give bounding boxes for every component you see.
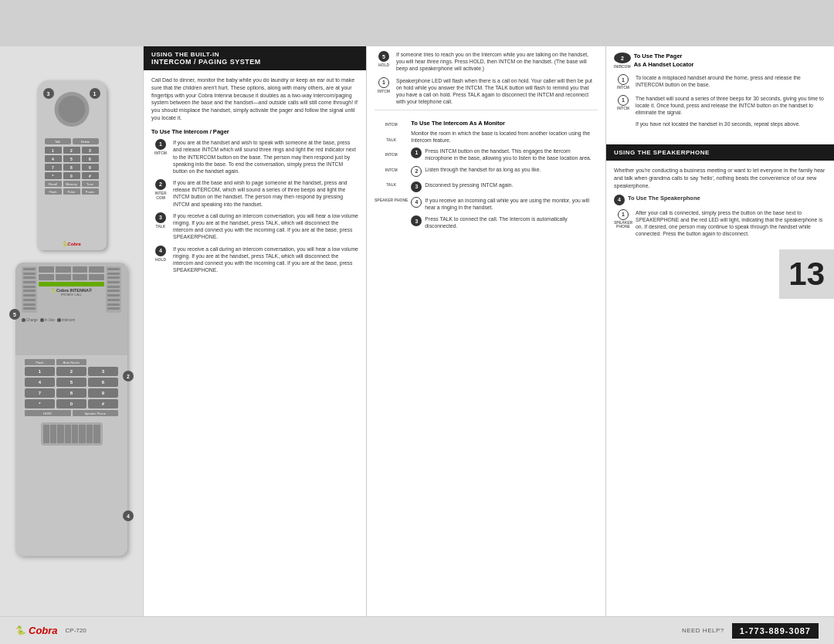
badge-4: 4 xyxy=(123,510,134,521)
pager-title-block: To Use The Pager As A Handset Locator xyxy=(634,53,694,69)
speaker-phone-label: SPEAKER PHONE xyxy=(375,198,408,203)
monitor-step-3: 3 xyxy=(411,181,422,192)
badge-3: 3 xyxy=(43,88,54,99)
step-item: 1 INTCM The handset will sound a series … xyxy=(614,95,826,117)
pager-header: 2 IN/BCOM To Use The Pager As A Handset … xyxy=(614,53,826,69)
far-right-section: 2 IN/BCOM To Use The Pager As A Handset … xyxy=(606,46,834,616)
left-phone-section: Talk Delete 1 2 3 4 5 6 7 xyxy=(0,46,143,616)
cobra-brand: Cobra xyxy=(29,625,58,636)
intcm-pager-step-label: INTCM xyxy=(617,86,629,90)
step-item: 5 HOLD If someone tries to reach you on … xyxy=(375,51,598,73)
talk-label-3: TALK xyxy=(156,225,166,229)
hold-label: HOLD xyxy=(155,258,166,263)
monitor-step-4-text: If you receive an incoming call while yo… xyxy=(425,197,598,211)
step-item: 4 HOLD If you receive a call during an i… xyxy=(151,246,358,274)
monitor-step-1: 1 xyxy=(411,147,422,158)
monitor-step-5-text: Press TALK to connect the call. The Inte… xyxy=(425,215,598,229)
step-item: 2 Listen through the handset for as long… xyxy=(411,166,598,177)
badge-5: 5 xyxy=(9,309,20,320)
monitor-step-1-text: Press INTCM button on the handset. This … xyxy=(425,147,598,161)
speakerphone-step-1-text: After your call is connected, simply pre… xyxy=(636,209,826,238)
cobra-snake-icon: 🐍 xyxy=(15,625,26,636)
right-middle-body: 5 HOLD If someone tries to reach you on … xyxy=(367,46,605,238)
step-2-text: If you are at the base and wish to page … xyxy=(173,179,358,208)
step-circle-1: 1 xyxy=(155,139,166,150)
monitor-step-2: 2 xyxy=(411,166,422,177)
top-band xyxy=(0,0,834,46)
footer-left: 🐍 Cobra CP-720 xyxy=(15,625,86,636)
step-circle-5: 5 xyxy=(378,51,389,62)
far-right-body: 2 IN/BCOM To Use The Pager As A Handset … xyxy=(606,46,834,138)
step-circle-3: 3 xyxy=(155,212,166,223)
intcm-monitor-label: INTCM xyxy=(375,123,408,127)
speakerphone-title-row: 4 To Use The Speakerphone xyxy=(614,195,826,205)
monitor-step-2-text: Listen through the handset for as long a… xyxy=(425,166,541,173)
need-help-text: NEED HELP? xyxy=(682,627,724,634)
intercom-intro: Call Dad to dinner, monitor the baby whi… xyxy=(151,76,358,122)
talk-monitor-label2: TALK xyxy=(375,183,408,188)
step-4-text: If you receive a call during an intercom… xyxy=(173,246,358,274)
monitor-title: To Use The Intercom As A Monitor xyxy=(411,120,598,127)
step-3-text: If you receive a call during an intercom… xyxy=(173,212,358,241)
talk-monitor-label: TALK xyxy=(375,138,408,143)
speakerphone-header: USING THE SPEAKERPHONE xyxy=(606,144,834,161)
step-item: 2 INTERCOM If you are at the base and wi… xyxy=(151,179,358,208)
phone-image: Talk Delete 1 2 3 4 5 6 7 xyxy=(10,80,134,582)
monitor-content: To Use The Intercom As A Monitor Monitor… xyxy=(411,114,598,234)
model-number: CP-720 xyxy=(66,627,86,634)
speakerphone-badge-4: 4 xyxy=(614,195,625,205)
intercom-header-line1: USING THE BUILT-IN xyxy=(151,51,219,58)
step-item: If you have not located the handset in 3… xyxy=(614,120,826,127)
monitor-side-labels: INTCM TALK INTCM INTCM TALK SPEAKER PHON… xyxy=(375,123,408,202)
page-container: Talk Delete 1 2 3 4 5 6 7 xyxy=(0,0,834,644)
step-circle-4: 4 xyxy=(155,246,166,256)
footer-right: NEED HELP? 1-773-889-3087 xyxy=(682,623,819,639)
monitor-title-text: To Use The Intercom As A Monitor xyxy=(411,120,505,127)
intercom-header: USING THE BUILT-IN INTERCOM / PAGING SYS… xyxy=(144,46,366,70)
intercom-paging-section: USING THE BUILT-IN INTERCOM / PAGING SYS… xyxy=(143,46,367,616)
step-item: 3 Press TALK to connect the call. The In… xyxy=(411,215,598,229)
monitor-step-3-text: Disconnect by pressing INTCM again. xyxy=(425,181,513,188)
monitor-section: INTCM TALK INTCM INTCM TALK SPEAKER PHON… xyxy=(375,114,598,234)
speaker-phone-step-label: SPEAKERPHONE xyxy=(614,221,632,229)
step-item: 3 TALK If you receive a call during an i… xyxy=(151,212,358,241)
step-item: 1 Press INTCM button on the handset. Thi… xyxy=(411,147,598,161)
step-item: 1 INTCM To locate a misplaced handset ar… xyxy=(614,74,826,90)
pager-badge-2: 2 xyxy=(614,53,631,63)
intcm-label-1: INTCM xyxy=(154,151,167,156)
step-circle-led-1: 1 xyxy=(378,77,389,88)
pager-title-line2: As A Handset Locator xyxy=(634,61,694,68)
phone-handset-top: Talk Delete 1 2 3 4 5 6 7 xyxy=(37,80,107,250)
badge-2: 2 xyxy=(123,371,134,381)
right-middle-section: 5 HOLD If someone tries to reach you on … xyxy=(367,46,606,616)
page-number: 13 xyxy=(779,249,834,299)
intcm-monitor-label2: INTCM xyxy=(375,153,408,158)
speakerphone-subtitle: To Use The Speakerphone xyxy=(628,195,700,203)
hold-label-2: HOLD xyxy=(378,63,389,68)
intercom-pager-title: To Use The Intercom / Pager xyxy=(151,128,358,137)
pager-badge-container: 2 IN/BCOM xyxy=(614,53,631,69)
intcm-pager-label: IN/BCOM xyxy=(614,65,631,69)
pager-step-1-text: To locate a misplaced handset around the… xyxy=(636,74,826,88)
intercom-body: Call Dad to dinner, monitor the baby whi… xyxy=(144,70,366,284)
step-circle-2: 2 xyxy=(155,179,166,190)
pager-step-2-text: The handset will sound a series of three… xyxy=(636,95,826,117)
pager-title-line1: To Use The Pager xyxy=(634,53,694,59)
phone-base: 🐍Cobra INTENNA® PRIVATE CALL xyxy=(15,263,127,556)
bottom-footer: 🐍 Cobra CP-720 NEED HELP? 1-773-889-3087 xyxy=(0,616,834,644)
step-item: 1 INTCM If you are at the handset and wi… xyxy=(151,139,358,175)
monitor-intro: Monitor the room in which the base is lo… xyxy=(411,130,598,144)
speaker-step-circle-1: 1 xyxy=(618,209,629,220)
speakerphone-intro: Whether you're conducting a business mee… xyxy=(614,167,826,189)
led-step-text: Speakerphone LED will flash when there i… xyxy=(396,77,598,106)
step-item: 1 SPEAKERPHONE After your call is connec… xyxy=(614,209,826,238)
intercom-header-line2: INTERCOM / PAGING SYSTEM xyxy=(151,58,358,66)
step-item: 4 If you receive an incoming call while … xyxy=(411,197,598,211)
intcm-label-led: INTCM xyxy=(378,90,390,94)
monitor-step-5: 3 xyxy=(411,215,422,226)
cobra-logo-area: 🐍 Cobra xyxy=(15,625,58,636)
pager-step-3-text: If you have not located the handset in 3… xyxy=(636,120,800,127)
help-phone-number: 1-773-889-3087 xyxy=(732,623,819,639)
step-1-text: If you are at the handset and wish to sp… xyxy=(173,139,358,175)
step-item: 3 Disconnect by pressing INTCM again. xyxy=(411,181,598,192)
